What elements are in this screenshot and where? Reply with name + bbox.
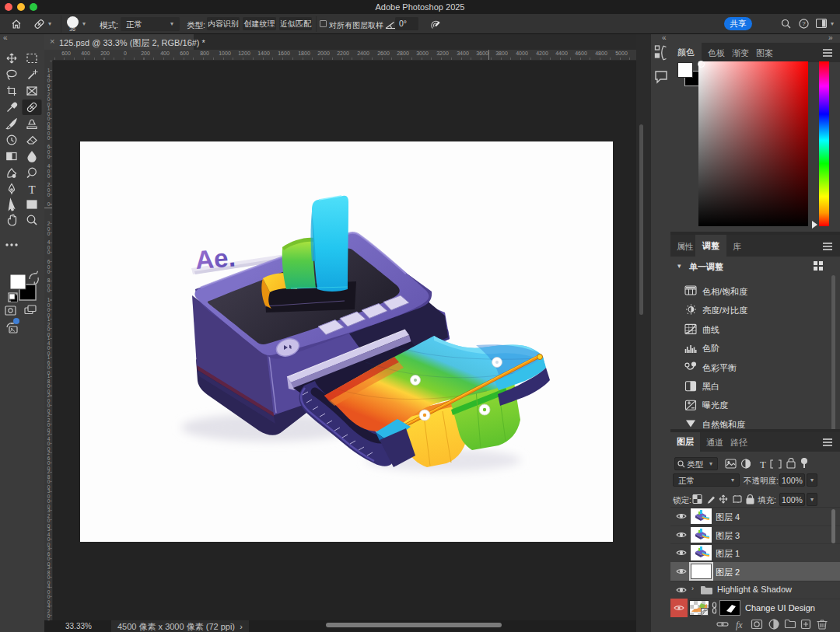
svg-text:?: ? xyxy=(802,20,806,27)
svg-text:fx: fx xyxy=(736,620,743,630)
svg-text:T: T xyxy=(760,459,766,470)
svg-text:Ae.: Ae. xyxy=(194,243,236,274)
svg-text:T: T xyxy=(28,183,35,196)
